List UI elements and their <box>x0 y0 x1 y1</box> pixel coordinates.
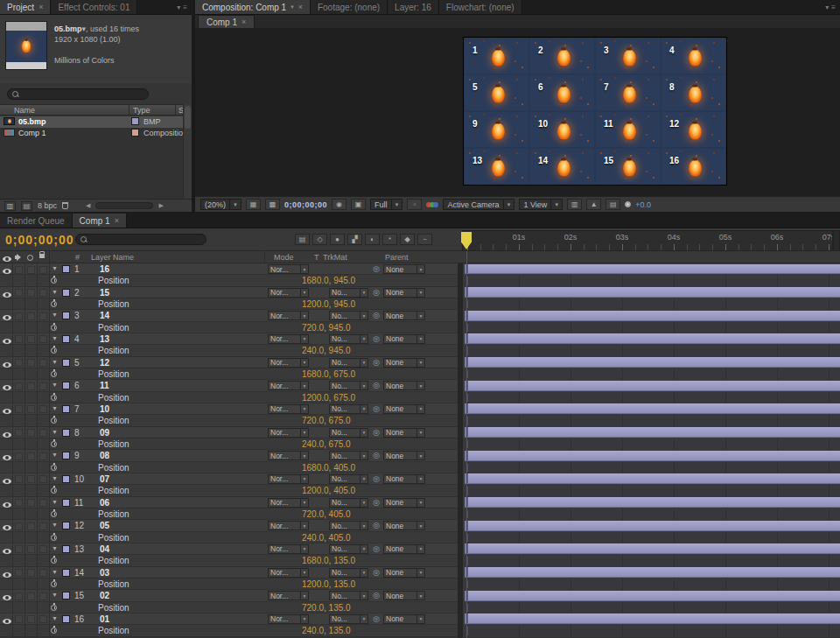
parent-dropdown[interactable]: None▼ <box>383 288 425 298</box>
timeline-layer-row[interactable]: ▼908Nor...▼No...▼◎None▼ <box>0 450 840 461</box>
layer-name[interactable]: 12 <box>100 358 109 368</box>
property-name[interactable]: Position <box>98 346 130 355</box>
column-type[interactable]: Type <box>133 106 150 115</box>
layer-duration-bar[interactable] <box>465 451 840 461</box>
close-icon[interactable]: × <box>242 18 246 26</box>
blend-mode-dropdown[interactable]: Nor...▼ <box>268 381 309 390</box>
lock-toggle[interactable] <box>39 382 47 390</box>
audio-toggle[interactable] <box>15 289 23 297</box>
composition-flowchart-icon[interactable]: ▤ <box>295 234 310 245</box>
trkmat-dropdown[interactable]: No...▼ <box>329 381 368 390</box>
layer-label-swatch[interactable] <box>62 592 70 599</box>
bit-depth-label[interactable]: 8 bpc <box>38 201 57 210</box>
layer-expander[interactable]: ▼ <box>52 615 58 621</box>
audio-toggle[interactable] <box>15 452 23 460</box>
layer-expander[interactable]: ▼ <box>52 405 58 411</box>
property-name[interactable]: Position <box>98 533 130 543</box>
position-value[interactable]: 720.0, 135.0 <box>302 603 351 613</box>
lock-toggle[interactable] <box>39 522 47 530</box>
position-property-row[interactable]: Position1680.0, 405.0 <box>0 462 840 473</box>
timeline-layer-row[interactable]: ▼809Nor...▼No...▼◎None▼ <box>0 427 840 438</box>
region-of-interest-icon[interactable]: ▫ <box>407 199 422 210</box>
close-icon[interactable]: × <box>38 4 43 11</box>
solo-toggle[interactable] <box>27 592 35 600</box>
solo-toggle[interactable] <box>27 335 35 343</box>
parent-dropdown[interactable]: None▼ <box>383 451 425 460</box>
layer-duration-bar[interactable] <box>465 311 840 321</box>
layer-duration-bar[interactable] <box>465 521 840 531</box>
solo-toggle[interactable] <box>27 615 35 623</box>
column-parent[interactable]: Parent <box>385 253 409 262</box>
layer-label-swatch[interactable] <box>62 452 70 459</box>
timeline-layer-row[interactable]: ▼314Nor...▼No...▼◎None▼ <box>0 310 840 321</box>
position-value[interactable]: 240.0, 405.0 <box>302 533 351 543</box>
property-name[interactable]: Position <box>98 556 130 565</box>
audio-toggle[interactable] <box>15 592 23 600</box>
graph-editor-icon[interactable]: ~ <box>417 234 432 245</box>
tab-layer[interactable]: Layer: 16 <box>388 0 439 14</box>
trkmat-dropdown[interactable]: No...▼ <box>329 358 368 368</box>
resolution-dropdown[interactable]: Full▼ <box>370 199 402 210</box>
layer-duration-bar[interactable] <box>465 591 840 601</box>
exposure-icon[interactable] <box>625 201 631 207</box>
stopwatch-icon[interactable] <box>51 627 57 634</box>
timeline-layer-row[interactable]: ▼512Nor...▼No...▼◎None▼ <box>0 357 840 368</box>
trash-icon[interactable] <box>62 202 68 209</box>
layer-duration-bar[interactable] <box>465 403 840 414</box>
property-name[interactable]: Position <box>98 463 130 473</box>
timeline-track[interactable] <box>462 380 840 391</box>
blend-mode-dropdown[interactable]: Nor...▼ <box>268 568 309 578</box>
close-icon[interactable]: × <box>115 217 119 225</box>
tab-project[interactable]: Project × <box>0 0 51 14</box>
layer-name[interactable]: 11 <box>100 381 109 390</box>
parent-dropdown[interactable]: None▼ <box>383 264 425 274</box>
solo-toggle[interactable] <box>27 382 35 390</box>
audio-toggle[interactable] <box>15 429 23 437</box>
snapshot-icon[interactable]: ◉ <box>332 199 346 210</box>
audio-toggle[interactable] <box>15 266 23 274</box>
parent-dropdown[interactable]: None▼ <box>383 614 425 624</box>
layer-expander[interactable]: ▼ <box>52 335 58 341</box>
solo-toggle[interactable] <box>27 312 35 320</box>
current-time-display[interactable]: 0;00;00;00 <box>5 233 74 247</box>
label-color-swatch[interactable] <box>131 129 139 137</box>
layer-duration-bar[interactable] <box>465 567 840 578</box>
timeline-search-input[interactable] <box>75 234 206 245</box>
layer-expander[interactable]: ▼ <box>52 592 58 598</box>
blend-mode-dropdown[interactable]: Nor...▼ <box>268 358 309 368</box>
tab-render-queue[interactable]: Render Queue <box>0 214 73 228</box>
stopwatch-icon[interactable] <box>51 301 57 307</box>
lock-toggle[interactable] <box>39 335 47 343</box>
parent-pickwhip-icon[interactable]: ◎ <box>373 264 380 273</box>
timeline-track[interactable] <box>462 473 840 485</box>
panel-menu-icon[interactable]: ▾≡ <box>172 0 192 14</box>
property-name[interactable]: Position <box>98 299 130 309</box>
layer-expander[interactable]: ▼ <box>52 522 58 528</box>
layer-name[interactable]: 02 <box>100 591 109 600</box>
layer-label-swatch[interactable] <box>62 359 70 367</box>
project-item-row[interactable]: Comp 1Composition <box>0 128 192 139</box>
solo-toggle[interactable] <box>27 475 35 483</box>
blend-mode-dropdown[interactable]: Nor...▼ <box>268 334 309 344</box>
position-property-row[interactable]: Position1200.0, 135.0 <box>0 578 840 590</box>
property-name[interactable]: Position <box>98 603 130 613</box>
layer-duration-bar[interactable] <box>465 497 840 508</box>
timeline-layer-row[interactable]: ▼1205Nor...▼No...▼◎None▼ <box>0 520 840 531</box>
audio-toggle[interactable] <box>15 475 23 483</box>
position-value[interactable]: 1680.0, 945.0 <box>302 276 355 285</box>
position-value[interactable]: 720.0, 945.0 <box>302 323 351 333</box>
layer-duration-bar[interactable] <box>465 264 840 275</box>
exposure-value[interactable]: +0.0 <box>635 200 651 209</box>
layer-duration-bar[interactable] <box>465 473 840 484</box>
scroll-right-icon[interactable]: ▶ <box>158 202 163 209</box>
layer-expander[interactable]: ▼ <box>52 429 58 435</box>
solo-toggle[interactable] <box>27 545 35 553</box>
property-name[interactable]: Position <box>98 276 130 285</box>
current-time-indicator-line[interactable] <box>466 251 467 638</box>
chevron-down-icon[interactable]: ▾ <box>290 4 294 11</box>
stopwatch-icon[interactable] <box>51 417 57 424</box>
trkmat-dropdown[interactable]: No...▼ <box>329 311 368 320</box>
lock-toggle[interactable] <box>39 429 47 437</box>
trkmat-dropdown[interactable]: No...▼ <box>329 521 368 530</box>
parent-pickwhip-icon[interactable]: ◎ <box>373 451 380 459</box>
